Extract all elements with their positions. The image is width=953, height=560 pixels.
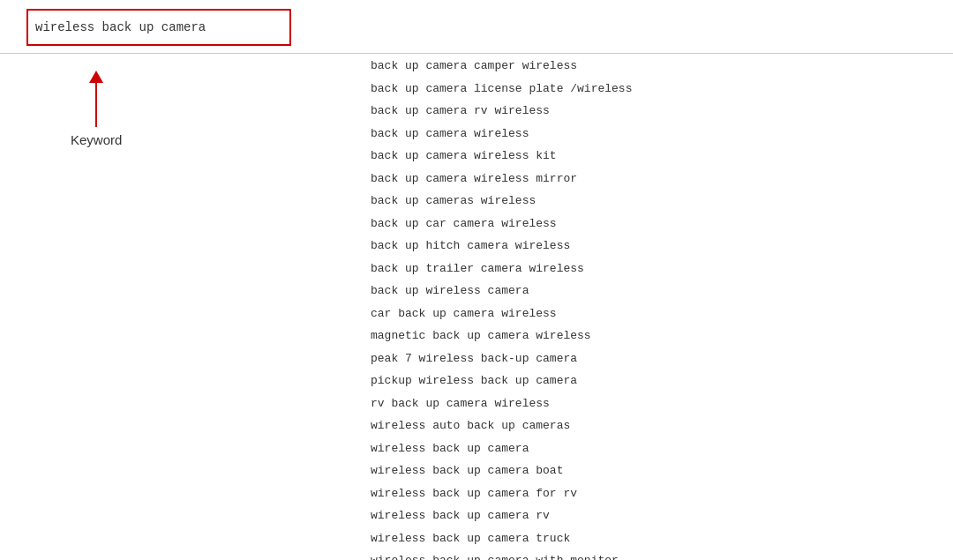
list-item: rv back up camera wireless (371, 392, 632, 415)
list-item: wireless back up camera rv (371, 504, 632, 527)
list-item: wireless back up camera for rv (371, 482, 632, 505)
keyword-label: Keyword (71, 132, 122, 147)
list-item: wireless back up camera truck (371, 527, 632, 550)
list-item: back up wireless camera (371, 280, 632, 302)
list-item: wireless auto back up cameras (371, 414, 632, 437)
list-item: wireless back up camera (371, 437, 632, 460)
list-item: back up camera license plate /wireless (371, 78, 632, 101)
divider (0, 53, 953, 54)
search-box[interactable] (26, 9, 291, 46)
list-item: back up camera wireless kit (371, 145, 632, 168)
list-item: back up camera rv wireless (371, 100, 632, 123)
arrow-line-icon (95, 83, 97, 127)
arrow-head-icon (89, 71, 103, 83)
list-item: back up trailer camera wireless (371, 258, 632, 280)
list-item: car back up camera wireless (371, 302, 632, 325)
list-item: wireless back up camera boat (371, 459, 632, 482)
list-item: back up camera wireless mirror (371, 168, 632, 190)
list-item: back up car camera wireless (371, 213, 632, 235)
list-item: peak 7 wireless back-up camera (371, 347, 632, 370)
keyword-annotation: Keyword (71, 71, 122, 147)
list-item: magnetic back up camera wireless (371, 325, 632, 347)
search-input[interactable] (35, 20, 282, 34)
list-item: pickup wireless back up camera (371, 370, 632, 392)
suggestions-list: back up camera camper wirelessback up ca… (371, 55, 632, 560)
list-item: back up hitch camera wireless (371, 235, 632, 258)
list-item: back up camera camper wireless (371, 55, 632, 78)
list-item: back up camera wireless (371, 123, 632, 146)
list-item: wireless back up camera with monitor (371, 549, 632, 560)
list-item: back up cameras wireless (371, 190, 632, 213)
